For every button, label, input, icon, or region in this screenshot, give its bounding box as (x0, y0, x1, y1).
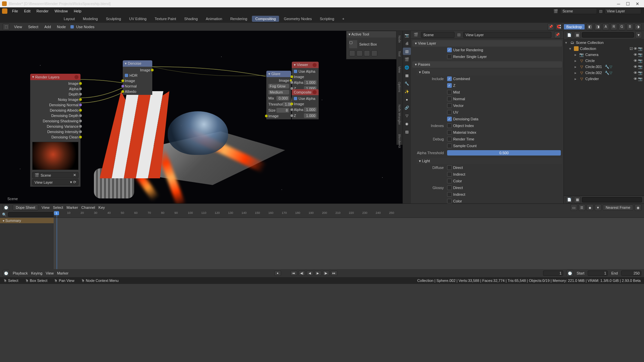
tl-filter-icon[interactable]: ▼ (595, 204, 601, 211)
tl-foot-view[interactable]: View (46, 271, 54, 275)
outliner-item[interactable]: ▸▽Circle.001🔧▽👁📷 (564, 64, 644, 70)
tab-sculpting[interactable]: Sculpting (103, 16, 124, 22)
ntab-blenderkit[interactable]: BlenderKit (398, 134, 401, 140)
tl-channel[interactable]: Channel (82, 205, 95, 209)
tl-summary-row[interactable]: ▾ Summary (0, 218, 54, 223)
selmode-sub[interactable] (364, 50, 370, 56)
blender-logo[interactable] (2, 8, 7, 14)
outliner-item[interactable]: ▸▽Circle👁📷 (564, 58, 644, 64)
ptab-material[interactable]: ◉ (403, 120, 411, 127)
outliner-filter[interactable]: ▼ (635, 32, 642, 38)
tab-modeling[interactable]: Modeling (79, 16, 101, 22)
chk-render-time[interactable] (447, 137, 452, 141)
tab-texpaint[interactable]: Texture Paint (151, 16, 179, 22)
selmode-add[interactable] (357, 50, 363, 56)
outliner-search2[interactable] (582, 197, 642, 202)
nodehdr-select[interactable]: Select (27, 24, 40, 29)
tab-uv[interactable]: UV Editing (126, 16, 150, 22)
outliner-item[interactable]: ▸📷Camera👁📷 (564, 52, 644, 58)
end-frame[interactable] (621, 270, 641, 276)
tl-view[interactable]: View (42, 205, 50, 209)
node-denoise[interactable]: ▾ Denoise Image HDR Image Normal Albedo (123, 60, 152, 95)
use-nodes-toggle[interactable]: Use Nodes (70, 25, 94, 29)
tab-rendering[interactable]: Rendering (227, 16, 251, 22)
node-viewlayer-select[interactable]: View Layer▾ ⟳ (32, 179, 78, 185)
ptab-world[interactable]: 🌐 (403, 64, 411, 71)
jump-start[interactable]: ⏮ (290, 270, 297, 276)
add-workspace[interactable]: + (339, 16, 347, 22)
viewlayer-name-input[interactable] (604, 8, 641, 14)
menu-edit[interactable]: Edit (21, 8, 33, 14)
tab-geonodes[interactable]: Geometry Nodes (280, 16, 315, 22)
sec-passes[interactable]: ▾ Passes (412, 61, 562, 68)
node-render-layers[interactable]: ▾ Render Layers Image Alpha Depth Noisy … (30, 74, 80, 187)
chk-denoising-data[interactable] (447, 117, 452, 121)
chk-single[interactable] (447, 54, 452, 59)
node-editor-viewport[interactable]: ▾ Render Layers Image Alpha Depth Noisy … (0, 31, 402, 203)
ptab-physics[interactable]: ● (403, 96, 411, 103)
ntab-node[interactable]: Node (398, 36, 401, 42)
ptab-modifier[interactable]: 🔧 (403, 80, 411, 87)
node-scene-select[interactable]: 🎬Scene✕ (32, 172, 78, 178)
outliner-item[interactable]: ▸▽Circle.002🔧▽👁📷 (564, 70, 644, 76)
tl-proportional[interactable]: ◉ (635, 204, 641, 211)
prop-scene-input[interactable] (421, 32, 454, 38)
nodehdr-add[interactable]: Add (43, 24, 52, 29)
tl-markers-icon[interactable]: ◆ (587, 204, 593, 211)
timeline-body[interactable] (54, 218, 644, 269)
menu-window[interactable]: Window (52, 8, 70, 14)
sec-viewlayer[interactable]: ▾ View Layer (412, 40, 562, 47)
chk-normal[interactable] (447, 97, 452, 101)
chk-uv[interactable] (447, 110, 452, 115)
overlays-icon[interactable]: ◑ (635, 23, 641, 30)
timeline-ruler[interactable]: 1 01020304050607080901001101201301401501… (54, 211, 644, 218)
ch-b[interactable]: B (627, 23, 633, 30)
nodehdr-node[interactable]: Node (56, 24, 67, 29)
tl-foot-editor[interactable]: 🕐 (3, 270, 9, 277)
ntab-tool[interactable]: Tool (398, 51, 401, 57)
tl-snap[interactable]: Nearest Frame (603, 204, 633, 210)
selmode-and[interactable] (371, 50, 377, 56)
minimize-button[interactable]: ─ (614, 1, 623, 6)
ch-combined[interactable]: ◧ (586, 23, 593, 30)
tab-animation[interactable]: Animation (203, 16, 226, 22)
tab-layout[interactable]: Layout (60, 16, 78, 22)
active-tool-header[interactable]: ▾ Active Tool (346, 31, 396, 38)
outliner-mode2[interactable]: 📄 (566, 196, 573, 203)
keyframe-prev[interactable]: ◀| (299, 270, 305, 276)
nodehdr-view[interactable]: View (13, 24, 23, 29)
ntab-wrangler[interactable]: Node Wrangler (398, 105, 401, 111)
outliner-item[interactable]: ▸▽Cylinder👁📷 (564, 76, 644, 82)
ptab-texture[interactable]: ▨ (403, 128, 411, 135)
sec-light[interactable]: ▾ Light (416, 158, 562, 164)
tl-key[interactable]: Key (99, 205, 105, 209)
play-reverse[interactable]: ◀ (307, 270, 313, 276)
tab-shading[interactable]: Shading (181, 16, 201, 22)
ntab-view[interactable]: View (398, 66, 401, 72)
chk-object-index[interactable] (447, 123, 452, 128)
close-button[interactable]: ✕ (633, 1, 642, 6)
play-forward[interactable]: ▶ (315, 270, 321, 276)
keyframe-next[interactable]: |▶ (323, 270, 329, 276)
ch-r[interactable]: R (610, 23, 617, 30)
chk-color[interactable] (447, 199, 452, 203)
ptab-particles[interactable]: ✨ (403, 88, 411, 95)
ntab-options[interactable]: Options (398, 82, 401, 88)
ptab-scene[interactable]: 🎬 (403, 56, 411, 63)
tl-channel-search[interactable] (8, 212, 55, 217)
chk-sample-count[interactable] (447, 143, 452, 148)
tl-select[interactable]: Select (53, 205, 63, 209)
maximize-button[interactable]: ☐ (623, 1, 633, 6)
chk-direct[interactable] (447, 165, 452, 170)
ptab-constraint[interactable]: 🔗 (403, 104, 411, 111)
alpha-threshold-slider[interactable]: 0.500 (447, 150, 561, 156)
outliner-search[interactable] (582, 32, 634, 38)
autokey-icon[interactable]: ● (274, 270, 281, 276)
ch-color[interactable]: ◨ (594, 23, 601, 30)
start-frame[interactable] (588, 270, 608, 276)
clock-icon[interactable]: 🕐 (567, 270, 573, 277)
pin-icon[interactable]: 📌 (547, 23, 554, 30)
tl-keying[interactable]: Keying (31, 271, 43, 275)
chk-color[interactable] (447, 179, 452, 183)
chk-combined[interactable] (447, 76, 452, 81)
